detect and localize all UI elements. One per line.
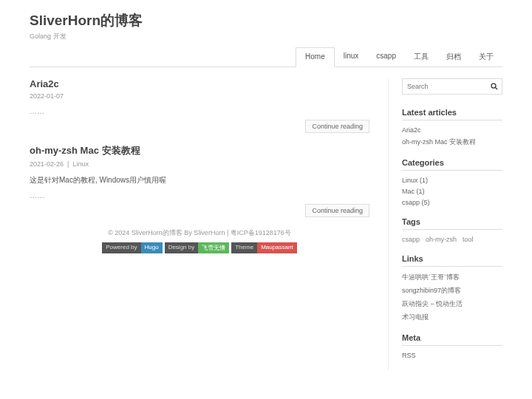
article-title[interactable]: oh-my-zsh Mac 安装教程 (30, 144, 369, 157)
widget-links: Links 牛逼哄哄`王哥`博客 songzhibin97的博客 跃动指尖 – … (402, 254, 502, 322)
widget-title: Links (402, 254, 502, 267)
continue-reading-button[interactable]: Continue reading (305, 120, 369, 133)
widget-title: Tags (402, 217, 502, 230)
list-item[interactable]: Linux (1) (402, 177, 502, 184)
badge-value: Maupassant (257, 242, 297, 253)
list-item[interactable]: Mac (1) (402, 188, 502, 195)
sidebar: Latest articles Aria2c oh-my-zsh Mac 安装教… (388, 78, 502, 370)
tag[interactable]: oh-my-zsh (426, 236, 457, 243)
badge-value: 飞雪无情 (198, 242, 229, 253)
badge-hugo[interactable]: Powered by Hugo (102, 242, 162, 253)
footer: © 2024 SliverHorn的博客 By SliverHorn | 粤IC… (30, 228, 369, 253)
article-category[interactable]: Linux (72, 160, 89, 168)
article-more: …… (30, 191, 369, 200)
article: Aria2c 2022-01-07 …… Continue reading (30, 78, 369, 133)
nav-csapp[interactable]: csapp (367, 47, 405, 66)
nav-linux[interactable]: linux (335, 47, 368, 66)
main-content: Aria2c 2022-01-07 …… Continue reading oh… (30, 78, 369, 370)
search-icon[interactable] (490, 82, 499, 91)
badge-theme[interactable]: Theme Maupassant (231, 242, 297, 253)
search-input[interactable] (402, 78, 502, 95)
site-tagline: Golang 开发 (30, 32, 502, 41)
list-item[interactable]: RSS (402, 352, 502, 359)
list-item[interactable]: oh-my-zsh Mac 安装教程 (402, 137, 502, 147)
main-nav: Home linux csapp 工具 归档 关于 (30, 47, 502, 67)
tag[interactable]: tool (463, 236, 474, 243)
article-more: …… (30, 107, 369, 115)
list-item[interactable]: 术习电报 (402, 313, 502, 322)
nav-home[interactable]: Home (296, 47, 335, 67)
widget-title: Categories (402, 158, 502, 171)
copyright: © 2024 SliverHorn的博客 By SliverHorn | 粤IC… (30, 228, 369, 238)
widget-tags: Tags csapp oh-my-zsh tool (402, 217, 502, 243)
nav-archive[interactable]: 归档 (437, 47, 470, 66)
badge-label: Design by (165, 242, 199, 253)
article-excerpt: 这是针对Mac的教程, Windows用户慎用喔 (30, 175, 369, 185)
article-date: 2022-01-07 (30, 92, 64, 100)
continue-reading-button[interactable]: Continue reading (305, 204, 369, 217)
list-item[interactable]: songzhibin97的博客 (402, 286, 502, 296)
article-meta: 2022-01-07 (30, 92, 369, 100)
article-meta: 2021-02-26 | Linux (30, 160, 369, 168)
svg-point-0 (491, 83, 496, 88)
article-title[interactable]: Aria2c (30, 78, 369, 89)
site-title[interactable]: SliverHorn的博客 (30, 11, 502, 30)
svg-line-1 (496, 88, 498, 90)
nav-tools[interactable]: 工具 (405, 47, 437, 66)
widget-latest: Latest articles Aria2c oh-my-zsh Mac 安装教… (402, 108, 502, 147)
widget-title: Latest articles (402, 108, 502, 120)
badge-label: Powered by (102, 242, 140, 253)
badge-value: Hugo (141, 242, 163, 253)
list-item[interactable]: 跃动指尖 – 悦动生活 (402, 299, 502, 309)
widget-categories: Categories Linux (1) Mac (1) csapp (5) (402, 158, 502, 206)
widget-meta: Meta RSS (402, 333, 502, 359)
article-date: 2021-02-26 (30, 160, 64, 168)
tag[interactable]: csapp (402, 236, 420, 243)
nav-about[interactable]: 关于 (470, 47, 502, 66)
widget-title: Meta (402, 333, 502, 346)
badge-design[interactable]: Design by 飞雪无情 (165, 242, 230, 253)
list-item[interactable]: Aria2c (402, 126, 502, 134)
badge-label: Theme (231, 242, 257, 253)
list-item[interactable]: 牛逼哄哄`王哥`博客 (402, 273, 502, 282)
article: oh-my-zsh Mac 安装教程 2021-02-26 | Linux 这是… (30, 144, 369, 217)
list-item[interactable]: csapp (5) (402, 199, 502, 206)
